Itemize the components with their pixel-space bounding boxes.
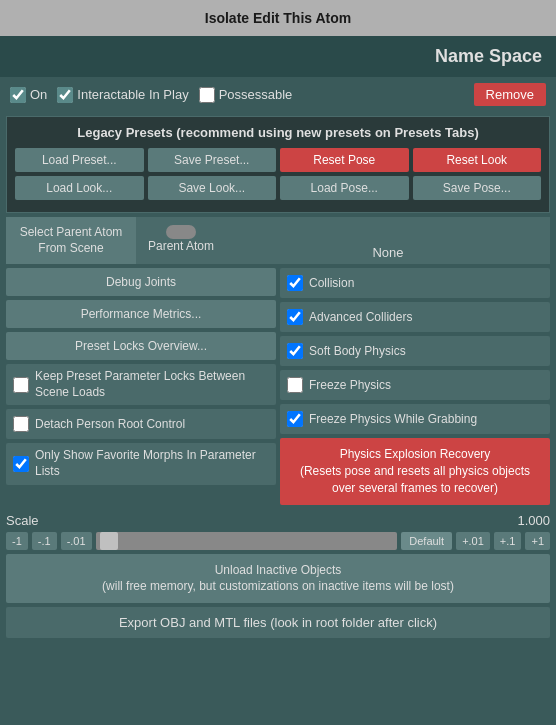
freeze-while-grabbing-label: Freeze Physics While Grabbing: [309, 412, 477, 426]
keep-preset-label: Keep Preset Parameter Locks Between Scen…: [35, 369, 269, 400]
freeze-while-grabbing-row[interactable]: Freeze Physics While Grabbing: [280, 404, 550, 434]
load-preset-button[interactable]: Load Preset...: [15, 148, 144, 172]
scale-plus001-button[interactable]: +.01: [456, 532, 490, 550]
favorite-morphs-row[interactable]: Only Show Favorite Morphs In Parameter L…: [6, 443, 276, 484]
export-bar-button[interactable]: Export OBJ and MTL files (look in root f…: [6, 607, 550, 638]
soft-body-physics-row[interactable]: Soft Body Physics: [280, 336, 550, 366]
soft-body-physics-label: Soft Body Physics: [309, 344, 406, 358]
detach-person-checkbox[interactable]: [13, 416, 29, 432]
bottom-row: Unload Inactive Objects (will free memor…: [6, 554, 550, 604]
scale-slider-thumb: [100, 532, 118, 550]
favorite-morphs-label: Only Show Favorite Morphs In Parameter L…: [35, 448, 269, 479]
preset-locks-overview-button[interactable]: Preset Locks Overview...: [6, 332, 276, 360]
name-space-title: Name Space: [435, 46, 542, 66]
performance-metrics-button[interactable]: Performance Metrics...: [6, 300, 276, 328]
scale-value: 1.000: [517, 513, 550, 528]
soft-body-physics-checkbox[interactable]: [287, 343, 303, 359]
scale-slider[interactable]: [96, 532, 398, 550]
select-parent-button[interactable]: Select Parent Atom From Scene: [6, 217, 136, 264]
right-column: Collision Advanced Colliders Soft Body P…: [280, 268, 550, 504]
unload-line1: Unload Inactive Objects: [14, 562, 542, 579]
scale-label: Scale: [6, 513, 39, 528]
reset-pose-button[interactable]: Reset Pose: [280, 148, 409, 172]
possessable-checkbox[interactable]: [199, 87, 215, 103]
load-pose-button[interactable]: Load Pose...: [280, 176, 409, 200]
explosion-recovery-button[interactable]: Physics Explosion Recovery (Resets pose …: [280, 438, 550, 504]
collision-label: Collision: [309, 276, 354, 290]
load-look-button[interactable]: Load Look...: [15, 176, 144, 200]
scale-section: Scale 1.000 -1 -.1 -.01 Default +.01 +.1…: [6, 513, 550, 550]
on-checkbox[interactable]: [10, 87, 26, 103]
collision-checkbox[interactable]: [287, 275, 303, 291]
parent-atom-value-box: None: [226, 217, 550, 264]
legacy-presets-title: Legacy Presets (recommend using new pres…: [15, 125, 541, 140]
left-column: Debug Joints Performance Metrics... Pres…: [6, 268, 276, 504]
parent-atom-value: None: [236, 245, 540, 260]
parent-atom-toggle[interactable]: [166, 225, 196, 239]
unload-line2: (will free memory, but customizations on…: [14, 578, 542, 595]
possessable-checkbox-item[interactable]: Possessable: [199, 87, 293, 103]
advanced-colliders-checkbox[interactable]: [287, 309, 303, 325]
advanced-colliders-row[interactable]: Advanced Colliders: [280, 302, 550, 332]
scale-minus01-button[interactable]: -.1: [32, 532, 57, 550]
freeze-physics-checkbox[interactable]: [287, 377, 303, 393]
scale-plus1-button[interactable]: +1: [525, 532, 550, 550]
advanced-colliders-label: Advanced Colliders: [309, 310, 412, 324]
scale-minus1-button[interactable]: -1: [6, 532, 28, 550]
parent-atom-row: Select Parent Atom From Scene Parent Ato…: [6, 217, 550, 264]
select-parent-label: Select Parent Atom From Scene: [20, 225, 123, 255]
save-preset-button[interactable]: Save Preset...: [148, 148, 277, 172]
isolate-edit-bar[interactable]: Isolate Edit This Atom: [0, 0, 556, 36]
explosion-recovery-title: Physics Explosion Recovery: [290, 446, 540, 463]
reset-look-button[interactable]: Reset Look: [413, 148, 542, 172]
freeze-physics-row[interactable]: Freeze Physics: [280, 370, 550, 400]
freeze-while-grabbing-checkbox[interactable]: [287, 411, 303, 427]
keep-preset-checkbox[interactable]: [13, 377, 29, 393]
possessable-label: Possessable: [219, 87, 293, 102]
remove-button[interactable]: Remove: [474, 83, 546, 106]
freeze-physics-label: Freeze Physics: [309, 378, 391, 392]
explosion-recovery-sub: (Resets pose and resets all physics obje…: [290, 463, 540, 497]
scale-minus001-button[interactable]: -.01: [61, 532, 92, 550]
two-col-area: Debug Joints Performance Metrics... Pres…: [6, 268, 550, 504]
interactable-checkbox-item[interactable]: Interactable In Play: [57, 87, 188, 103]
keep-preset-locks-row[interactable]: Keep Preset Parameter Locks Between Scen…: [6, 364, 276, 405]
unload-inactive-button[interactable]: Unload Inactive Objects (will free memor…: [6, 554, 550, 604]
save-look-button[interactable]: Save Look...: [148, 176, 277, 200]
preset-grid: Load Preset... Save Preset... Reset Pose…: [15, 148, 541, 200]
on-checkbox-item[interactable]: On: [10, 87, 47, 103]
favorite-morphs-checkbox[interactable]: [13, 456, 29, 472]
name-space-header: Name Space: [0, 36, 556, 77]
controls-row: On Interactable In Play Possessable Remo…: [0, 77, 556, 112]
detach-person-label: Detach Person Root Control: [35, 417, 185, 433]
collision-row[interactable]: Collision: [280, 268, 550, 298]
parent-atom-label-box: Parent Atom: [136, 217, 226, 264]
interactable-checkbox[interactable]: [57, 87, 73, 103]
interactable-label: Interactable In Play: [77, 87, 188, 102]
isolate-edit-label: Isolate Edit This Atom: [205, 10, 352, 26]
save-pose-button[interactable]: Save Pose...: [413, 176, 542, 200]
debug-joints-button[interactable]: Debug Joints: [6, 268, 276, 296]
scale-plus01-button[interactable]: +.1: [494, 532, 522, 550]
on-label: On: [30, 87, 47, 102]
legacy-presets-section: Legacy Presets (recommend using new pres…: [6, 116, 550, 213]
detach-person-row[interactable]: Detach Person Root Control: [6, 409, 276, 439]
scale-row: Scale 1.000: [6, 513, 550, 528]
scale-default-button[interactable]: Default: [401, 532, 452, 550]
parent-atom-label: Parent Atom: [148, 239, 214, 253]
scale-slider-row: -1 -.1 -.01 Default +.01 +.1 +1: [6, 532, 550, 550]
